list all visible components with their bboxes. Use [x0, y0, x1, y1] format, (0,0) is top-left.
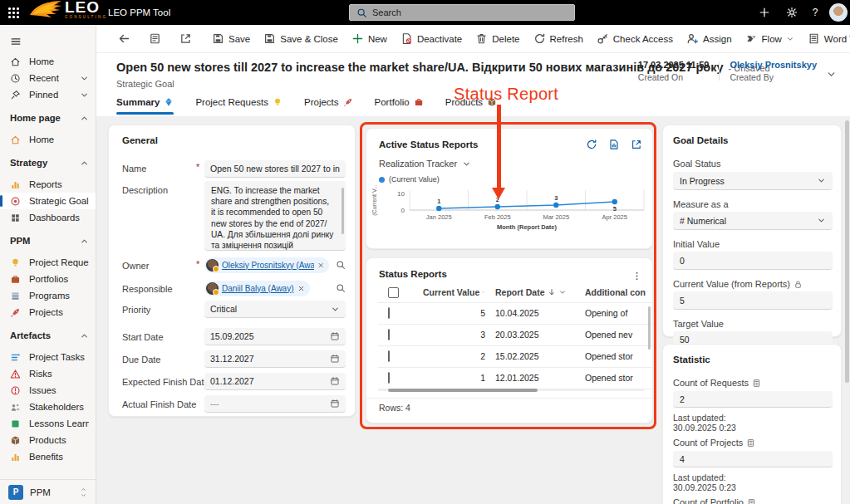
- row-checkbox[interactable]: [388, 373, 390, 383]
- area-label: PPM: [30, 487, 51, 497]
- owner-field[interactable]: Oleksiy Prosnitskyy (Away): [204, 256, 346, 274]
- waffle-menu-icon[interactable]: [8, 7, 19, 18]
- sidebar-item-benefits[interactable]: Benefits: [0, 448, 96, 465]
- priority-select[interactable]: Critical: [204, 301, 346, 318]
- column-header-current-value[interactable]: Current Value: [423, 283, 485, 301]
- row-checkbox[interactable]: [388, 351, 390, 361]
- sidebar-item-pinned[interactable]: Pinned: [0, 86, 96, 103]
- area-switcher[interactable]: P PPM: [0, 479, 96, 504]
- house-icon: [10, 135, 21, 145]
- sidebar-group-strategy[interactable]: Strategy: [0, 154, 96, 171]
- calendar-icon[interactable]: [330, 331, 340, 341]
- initial-value-input[interactable]: 0: [673, 252, 833, 270]
- check-access-button[interactable]: Check Access: [590, 28, 680, 49]
- stat-value-count-of-requests[interactable]: 2: [673, 391, 833, 408]
- stat-value-count-of-projects[interactable]: 4: [673, 451, 833, 467]
- column-header-additional-comments[interactable]: Additional con: [585, 283, 646, 301]
- calendar-icon[interactable]: [330, 354, 340, 364]
- popout-icon[interactable]: [174, 28, 197, 49]
- flow-button[interactable]: Flow: [739, 28, 801, 49]
- created-by-value[interactable]: Oleksiy Prosnitskyy: [730, 60, 817, 70]
- help-icon[interactable]: ?: [808, 6, 822, 19]
- form-selector-icon[interactable]: [144, 28, 166, 49]
- view-records-icon[interactable]: [608, 139, 620, 150]
- current-value-input[interactable]: 5: [673, 291, 833, 310]
- expected-finish-date-input[interactable]: 01.12.2027: [204, 373, 346, 390]
- name-input[interactable]: Open 50 new stores till 2027 to increase…: [204, 160, 346, 178]
- calendar-icon[interactable]: [330, 399, 340, 409]
- briefcase-icon: [414, 97, 424, 107]
- sidebar-item-projects[interactable]: Projects: [0, 304, 96, 321]
- remove-owner-icon[interactable]: [317, 262, 324, 269]
- new-button[interactable]: New: [345, 28, 394, 49]
- actual-finish-date-input[interactable]: ---: [204, 395, 346, 413]
- sidebar-group-ppm[interactable]: PPM: [0, 232, 96, 249]
- refresh-chart-icon[interactable]: [586, 139, 597, 150]
- sidebar-item-home[interactable]: Home: [0, 53, 96, 70]
- deactivate-button[interactable]: Deactivate: [394, 28, 469, 49]
- tab-summary[interactable]: Summary: [116, 93, 174, 116]
- description-scrollbar[interactable]: [341, 188, 344, 234]
- select-all-checkbox[interactable]: [388, 283, 399, 301]
- responsible-link[interactable]: Daniil Balya (Away): [222, 284, 294, 293]
- save-close-button[interactable]: Save & Close: [257, 28, 345, 49]
- tab-project-requests[interactable]: Project Requests: [195, 93, 283, 116]
- responsible-field[interactable]: Daniil Balya (Away): [204, 279, 346, 297]
- sidebar-item-project-requests[interactable]: Project Requests: [0, 254, 96, 271]
- save-button[interactable]: Save: [205, 28, 257, 49]
- table-vertical-scrollbar[interactable]: [648, 306, 651, 350]
- chevron-down-icon: [482, 288, 485, 296]
- global-search-input[interactable]: Search: [349, 4, 575, 21]
- sidebar-item-dashboards[interactable]: Dashboards: [0, 209, 96, 226]
- check-access-label: Check Access: [613, 34, 673, 44]
- assign-button[interactable]: Assign: [680, 28, 739, 49]
- back-button[interactable]: [113, 28, 135, 49]
- row-checkbox[interactable]: [388, 308, 390, 318]
- tab-portfolio[interactable]: Portfolio: [375, 93, 424, 116]
- sidebar-item-products[interactable]: Products: [0, 432, 96, 448]
- settings-gear-icon[interactable]: [785, 6, 798, 19]
- sidebar-item-strategic-goals[interactable]: Strategic Goals: [0, 193, 96, 209]
- expand-chart-icon[interactable]: [631, 139, 642, 150]
- sidebar-item-risks[interactable]: Risks: [0, 365, 96, 382]
- header-expand-chevron-icon[interactable]: [826, 66, 837, 81]
- sitemap-collapse-icon[interactable]: [0, 25, 96, 53]
- sidebar-group-artefacts[interactable]: Artefacts: [0, 327, 96, 344]
- sidebar-item-lessons-learned[interactable]: Lessons Learned: [0, 415, 96, 432]
- row-checkbox[interactable]: [388, 330, 390, 340]
- delete-button[interactable]: Delete: [469, 28, 526, 49]
- owner-link[interactable]: Oleksiy Prosnitskyy (Away): [222, 261, 314, 270]
- table-horizontal-scrollbar[interactable]: [388, 389, 538, 392]
- sidebar-item-issues[interactable]: Issues: [0, 382, 96, 399]
- box-icon: [10, 435, 21, 446]
- sidebar-item-stakeholders[interactable]: Stakeholders: [0, 399, 96, 415]
- sidebar-item-label: Stakeholders: [29, 402, 84, 412]
- owner-search-icon[interactable]: [336, 260, 346, 270]
- new-label: New: [368, 34, 387, 44]
- responsible-search-icon[interactable]: [336, 283, 346, 293]
- sidebar-item-portfolios[interactable]: Portfolios: [0, 271, 96, 287]
- sidebar-item-home[interactable]: Home: [0, 131, 96, 148]
- chart-selector-dropdown[interactable]: Realization Tracker: [379, 159, 471, 169]
- goal-status-select[interactable]: In Progress: [673, 172, 833, 190]
- sidebar-group-home-page[interactable]: Home page: [0, 110, 96, 126]
- description-input[interactable]: ENG. To increase the market share and st…: [204, 181, 346, 251]
- sidebar-item-project-tasks[interactable]: Project Tasks: [0, 349, 96, 365]
- user-avatar[interactable]: [829, 3, 848, 22]
- calendar-icon[interactable]: [330, 376, 340, 386]
- measure-select[interactable]: # Numerical: [673, 212, 833, 230]
- page-vertical-scrollbar[interactable]: [845, 120, 849, 383]
- column-header-report-date[interactable]: Report Date: [495, 283, 567, 301]
- refresh-button[interactable]: Refresh: [527, 28, 590, 49]
- due-date-input[interactable]: 31.12.2027: [204, 350, 346, 368]
- sidebar-item-programs[interactable]: Programs: [0, 287, 96, 304]
- remove-responsible-icon[interactable]: [297, 285, 305, 292]
- quick-create-button[interactable]: [758, 6, 771, 19]
- start-date-input[interactable]: 15.09.2025: [204, 328, 346, 345]
- sidebar-item-reports[interactable]: Reports: [0, 176, 96, 193]
- divider: [366, 398, 652, 399]
- word-templates-button[interactable]: Word Templates: [801, 28, 850, 49]
- tab-projects[interactable]: Projects: [304, 93, 353, 116]
- sidebar-item-recent[interactable]: Recent: [0, 70, 96, 86]
- card-menu-icon[interactable]: [631, 268, 642, 283]
